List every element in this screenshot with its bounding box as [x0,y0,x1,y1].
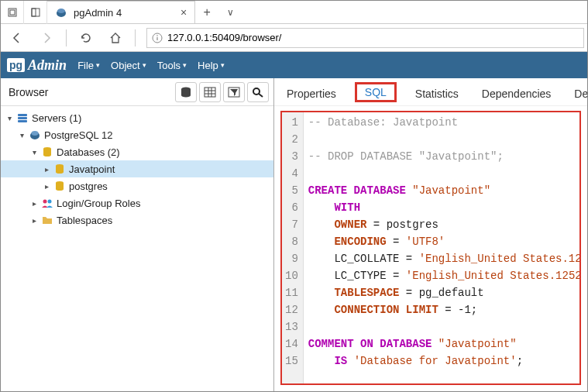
forward-button[interactable] [33,26,60,50]
tree-db-javatpoint[interactable]: Javatpoint [1,160,273,177]
filter-icon[interactable] [223,82,245,102]
home-button[interactable] [102,26,129,50]
database-icon [53,163,67,175]
object-tree[interactable]: Servers (1) PostgreSQL 12 Databases (2) … [1,106,273,391]
grid-icon[interactable] [199,82,221,102]
content-panel: PropertiesSQLStatisticsDependenciesDepen… [274,78,587,391]
titlebar: pgAdmin 4 × + ∨ [1,1,587,24]
svg-point-27 [48,200,52,204]
url-field-container[interactable] [146,28,584,48]
svg-point-16 [253,88,260,95]
menu-file[interactable]: File▾ [77,60,100,71]
roles-icon [40,197,54,209]
svg-point-5 [57,9,65,13]
tab-dependencies[interactable]: Dependencies [477,81,556,103]
browser-panel: Browser Servers (1) PostgreSQL 12 [1,78,274,391]
address-bar [1,24,587,52]
sql-code[interactable]: -- Database: Javatpoint -- DROP DATABASE… [304,112,581,383]
tree-label: Tablespaces [57,215,112,226]
tree-label: Servers (1) [32,112,81,124]
close-icon[interactable]: × [181,6,187,19]
refresh-button[interactable] [73,26,99,50]
back-button[interactable] [4,26,30,50]
tab-sql[interactable]: SQL [355,82,397,102]
line-gutter: 123456789101112131415 [282,112,304,383]
tree-tablespaces[interactable]: Tablespaces [1,211,273,229]
tab-overflow-button[interactable]: ∨ [218,7,242,18]
tree-label: Databases (2) [57,146,120,158]
database-icon [40,146,54,158]
tree-pg12[interactable]: PostgreSQL 12 [1,126,273,143]
tab-statistics[interactable]: Statistics [411,81,463,103]
window-scroll-right-icon[interactable] [24,1,47,24]
svg-rect-10 [205,88,215,97]
tab-title: pgAdmin 4 [74,7,174,19]
tree-label: Javatpoint [69,163,115,175]
browser-title: Browser [9,86,48,98]
folder-icon [40,214,54,226]
info-icon[interactable] [152,33,163,43]
svg-rect-1 [10,10,15,15]
pgadmin-logo: pgAdmin [7,57,67,74]
pgadmin-favicon [55,6,67,19]
svg-rect-18 [18,114,27,116]
menu-tools[interactable]: Tools▾ [157,60,187,71]
tree-db-postgres[interactable]: postgres [1,177,273,194]
tab-properties[interactable]: Properties [282,81,341,103]
window-scroll-left-icon[interactable] [1,1,24,24]
svg-line-17 [259,94,263,97]
database-icon [53,180,67,192]
content-tabs: PropertiesSQLStatisticsDependenciesDepen… [274,78,587,106]
tree-login-roles[interactable]: Login/Group Roles [1,194,273,211]
svg-point-26 [43,200,47,204]
tree-label: PostgreSQL 12 [44,129,112,141]
servers-icon [15,112,29,124]
svg-point-22 [32,131,39,136]
elephant-icon [28,129,42,141]
svg-rect-20 [18,120,27,122]
svg-rect-19 [18,117,27,119]
tree-label: postgres [69,181,108,192]
tree-label: Login/Group Roles [57,198,140,209]
tree-servers[interactable]: Servers (1) [1,109,273,126]
new-tab-button[interactable]: + [195,5,218,19]
browser-tab-pgadmin[interactable]: pgAdmin 4 × [47,1,195,23]
svg-point-7 [156,35,158,36]
svg-rect-3 [32,9,36,16]
browser-header: Browser [1,78,273,106]
main-area: Browser Servers (1) PostgreSQL 12 [1,78,587,391]
menu-object[interactable]: Object▾ [111,60,146,71]
sql-editor[interactable]: 123456789101112131415 -- Database: Javat… [280,111,581,385]
tab-dependents[interactable]: Dependents [569,81,587,103]
svg-rect-8 [156,37,157,40]
url-input[interactable] [167,32,579,43]
tree-databases[interactable]: Databases (2) [1,143,273,160]
storage-icon[interactable] [175,82,197,102]
search-icon[interactable] [247,82,269,102]
pgadmin-menubar: pgAdmin File▾Object▾Tools▾Help▾ [1,52,587,78]
menu-help[interactable]: Help▾ [198,60,225,71]
